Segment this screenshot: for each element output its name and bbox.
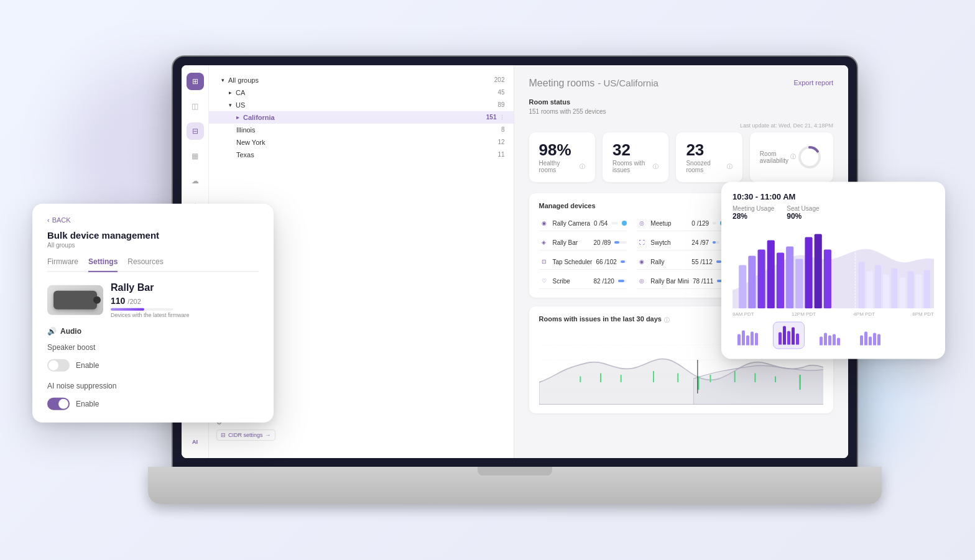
nav-illinois[interactable]: Illinois 8 [209,124,514,136]
svg-rect-24 [795,259,803,309]
cidr-settings[interactable]: ⊟ CIDR settings → [216,429,275,441]
device-rally: ◉ Rally 55 /112 [637,254,725,270]
svg-rect-9 [653,371,654,382]
svg-rect-35 [907,272,913,309]
svg-rect-15 [775,376,776,382]
svg-rect-12 [709,375,711,382]
bulk-tabs: Firmware Settings Resources [47,257,259,272]
stat-snoozed: 23 Snoozed rooms ⓘ [676,132,742,183]
speaker-boost-row: Speaker boost [47,342,259,351]
tab-firmware[interactable]: Firmware [47,257,78,270]
room-status-label: Room status [529,98,834,106]
sidebar-icon-rooms[interactable]: ⊟ [187,122,204,140]
device-info-name: Rally Bar [111,282,190,293]
sidebar-icon-ai[interactable]: AI [187,433,204,451]
svg-rect-30 [867,272,873,309]
bulk-card-title: Bulk device management [47,229,259,240]
device-rally-camera: ◉ Rally Camera 0 /54 [539,216,627,231]
svg-rect-23 [786,247,793,309]
last-update: Last update at: Wed, Dec 21, 4:18PM [529,122,834,129]
meeting-usage-stat: Meeting Usage 28% [732,205,774,221]
svg-rect-13 [734,371,735,382]
device-preview: Rally Bar 110 /202 Devices with the late… [47,282,259,318]
device-image [47,285,103,314]
nav-texas[interactable]: Texas 11 [209,149,514,161]
nav-ca[interactable]: ▸ CA 45 [209,86,514,99]
svg-rect-34 [899,278,905,309]
svg-rect-27 [824,250,831,309]
snoozed-info-icon[interactable]: ⓘ [727,163,732,171]
time-usage-card: 10:30 - 11:00 AM Meeting Usage 28% Seat … [721,182,945,359]
back-arrow-icon: ‹ [47,216,50,223]
page-title: Meeting rooms - US/California [529,76,658,90]
time-axis: 8AM PDT 12PM PDT 4PM PDT 8PM PDT [732,311,934,317]
chart-info-icon[interactable]: ⓘ [664,316,670,324]
firmware-count: 110 [111,295,125,305]
ai-noise-toggle[interactable] [47,397,70,410]
device-rally-bar: ◈ Rally Bar 20 /89 [539,235,627,250]
seat-usage-stat: Seat Usage 90% [787,205,819,221]
device-swytch: ⛶ Swytch 24 /97 › [637,235,725,250]
sidebar-icon-calendar[interactable]: ▦ [187,147,204,165]
nav-us[interactable]: ▾ US 89 [209,99,514,111]
sidebar-icon-cloud[interactable]: ☁ [187,172,204,190]
firmware-total: /202 [127,297,141,305]
sidebar-icon-home[interactable]: ⊞ [187,73,204,90]
stat-issues: 32 Rooms with issues ⓘ [603,132,668,183]
bulk-card-subtitle: All groups [47,241,259,248]
mini-bar-group-3[interactable] [815,322,845,349]
device-tap-scheduler: ⊡ Tap Scheduler 66 /102 [539,254,627,270]
mini-bar-group-1[interactable] [732,322,763,349]
room-status-sub: 151 rooms with 255 devices [529,108,834,115]
svg-rect-22 [777,253,784,309]
bulk-device-card: ‹ BACK Bulk device management All groups… [32,203,274,422]
laptop-base [148,467,882,504]
svg-rect-14 [754,374,756,382]
time-range: 10:30 - 11:00 AM [732,192,934,201]
back-button[interactable]: ‹ BACK [47,216,259,223]
svg-rect-19 [748,256,756,309]
nav-new-york[interactable]: New York 12 [209,136,514,149]
svg-rect-18 [739,265,746,309]
mini-bar-group-2[interactable] [773,322,805,349]
tab-resources[interactable]: Resources [127,257,163,270]
nav-california[interactable]: ▸ California 151 ⋮ [209,111,514,124]
stat-availability: Room availability ⓘ [750,132,833,183]
ai-noise-row: AI noise suppression [47,381,259,390]
svg-rect-16 [799,375,801,390]
firmware-bar [111,308,173,310]
healthy-info-icon[interactable]: ⓘ [580,163,585,171]
svg-rect-26 [815,234,822,309]
speaker-boost-toggle-row: Enable [47,359,259,371]
nav-tree: ▾ All groups 202 ▸ CA 45 [209,71,514,163]
svg-rect-7 [600,374,601,382]
svg-rect-33 [891,269,897,309]
ai-noise-toggle-row: Enable [47,397,259,410]
device-rally-bar-mini: ◎ Rally Bar Mini 78 /111 [637,273,725,289]
sidebar-icon-devices[interactable]: ◫ [187,98,204,115]
svg-rect-36 [916,275,922,309]
issues-info-icon[interactable]: ⓘ [653,163,658,171]
mini-bar-group-4[interactable] [855,322,885,349]
availability-info-icon[interactable]: ⓘ [790,153,796,161]
room-availability-donut [796,144,823,171]
tab-settings[interactable]: Settings [88,257,118,272]
settings-section: 🔊 Audio Speaker boost Enable AI noise su… [47,326,259,410]
device-scribe: ♡ Scribe 82 /120 [539,273,627,289]
nav-all-groups[interactable]: ▾ All groups 202 [209,74,514,86]
svg-rect-10 [677,374,678,382]
audio-label: 🔊 Audio [47,326,259,335]
svg-rect-31 [875,265,881,309]
stat-healthy: 98% Healthy rooms ⓘ [529,132,595,183]
device-icon: ◉ [539,218,549,228]
time-stats: Meeting Usage 28% Seat Usage 90% [732,205,934,221]
time-mini-bars [732,322,934,349]
speaker-boost-toggle[interactable] [47,359,70,371]
laptop-notch [478,467,552,475]
svg-rect-29 [859,262,865,309]
device-meetup: ◎ Meetup 0 /129 [637,216,725,231]
svg-rect-25 [805,237,812,309]
svg-rect-37 [924,270,930,309]
export-report-button[interactable]: Export report [793,79,833,86]
svg-rect-32 [883,275,889,309]
